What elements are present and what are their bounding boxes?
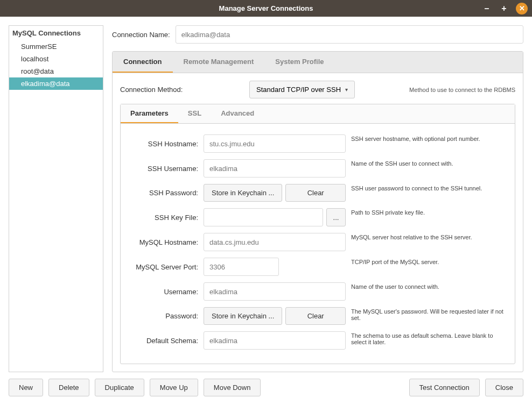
password-row: Password: Store in Keychain ... Clear Th… — [128, 307, 507, 325]
move-up-button[interactable]: Move Up — [150, 379, 198, 396]
ssh-keyfile-hint: Path to SSH private key file. — [351, 208, 507, 216]
ssh-hostname-input[interactable] — [204, 134, 346, 153]
footer: New Delete Duplicate Move Up Move Down T… — [9, 379, 523, 396]
connections-sidebar: MySQL Connections SummerSE localhost roo… — [9, 25, 103, 372]
window: Manage Server Connections – + ✕ MySQL Co… — [0, 0, 532, 405]
footer-spacer — [266, 379, 403, 396]
default-schema-row: Default Schema: The schema to use as def… — [128, 331, 507, 350]
tab-connection[interactable]: Connection — [113, 52, 173, 73]
username-input[interactable] — [204, 282, 346, 301]
ssh-username-input[interactable] — [204, 159, 346, 177]
maximize-icon[interactable]: + — [499, 3, 509, 14]
mysql-port-row: MySQL Server Port: TCP/IP port of the My… — [128, 258, 507, 276]
chevron-down-icon: ▾ — [345, 87, 348, 93]
minimize-icon[interactable]: – — [481, 3, 492, 14]
sidebar-item-localhost[interactable]: localhost — [9, 53, 103, 65]
ssh-hostname-label: SSH Hostname: — [128, 140, 198, 148]
test-connection-button[interactable]: Test Connection — [409, 379, 480, 396]
ssh-hostname-row: SSH Hostname: SSH server hostname, with … — [128, 134, 507, 153]
ssh-keyfile-input[interactable] — [204, 208, 323, 226]
close-icon[interactable]: ✕ — [516, 3, 528, 15]
connection-method-row: Connection Method: Standard TCP/IP over … — [120, 81, 515, 98]
ssh-password-label: SSH Password: — [128, 189, 198, 197]
connection-name-input[interactable] — [176, 25, 523, 44]
connection-method-hint: Method to use to connect to the RDBMS — [409, 87, 515, 93]
default-schema-hint: The schema to use as default schema. Lea… — [351, 331, 507, 345]
ssh-username-hint: Name of the SSH user to connect with. — [351, 159, 507, 167]
window-controls: – + ✕ — [481, 3, 528, 15]
mysql-port-hint: TCP/IP port of the MySQL server. — [351, 258, 507, 265]
ssh-password-row: SSH Password: Store in Keychain ... Clea… — [128, 184, 507, 202]
username-row: Username: Name of the user to connect wi… — [128, 282, 507, 301]
password-store-button[interactable]: Store in Keychain ... — [204, 307, 282, 325]
sidebar-item-summerse[interactable]: SummerSE — [9, 40, 103, 53]
ssh-keyfile-browse-button[interactable]: ... — [326, 208, 346, 226]
password-label: Password: — [128, 312, 198, 320]
parameters-box: Parameters SSL Advanced SSH Hostname: SS… — [120, 104, 515, 364]
ssh-hostname-hint: SSH server hostname, with optional port … — [351, 134, 507, 142]
main-tabs-header: Connection Remote Management System Prof… — [113, 52, 523, 73]
password-buttons: Store in Keychain ... Clear — [204, 307, 346, 325]
username-hint: Name of the user to connect with. — [351, 282, 507, 290]
mysql-port-input[interactable] — [204, 258, 279, 276]
default-schema-label: Default Schema: — [128, 337, 198, 345]
connection-method-value: Standard TCP/IP over SSH — [256, 86, 341, 94]
form-area: SSH Hostname: SSH server hostname, with … — [121, 124, 515, 364]
ssh-username-label: SSH Username: — [128, 165, 198, 173]
ssh-password-hint: SSH user password to connect to the SSH … — [351, 184, 507, 191]
password-hint: The MySQL user's password. Will be reque… — [351, 307, 507, 321]
sidebar-item-root[interactable]: root@data — [9, 65, 103, 77]
connection-method-select[interactable]: Standard TCP/IP over SSH ▾ — [249, 81, 355, 98]
subtabs-header: Parameters SSL Advanced — [121, 104, 515, 124]
ssh-keyfile-label: SSH Key File: — [128, 214, 198, 222]
ssh-keyfile-controls: ... — [204, 208, 346, 226]
connection-method-label: Connection Method: — [120, 86, 244, 94]
sidebar-header: MySQL Connections — [9, 26, 103, 40]
subtab-advanced[interactable]: Advanced — [211, 104, 264, 123]
mysql-hostname-hint: MySQL server host relative to the SSH se… — [351, 233, 507, 240]
close-button[interactable]: Close — [485, 379, 523, 396]
ssh-password-store-button[interactable]: Store in Keychain ... — [204, 184, 282, 202]
mysql-hostname-input[interactable] — [204, 233, 346, 251]
username-label: Username: — [128, 288, 198, 296]
mysql-hostname-row: MySQL Hostname: MySQL server host relati… — [128, 233, 507, 251]
connection-name-label: Connection Name: — [112, 31, 170, 39]
tab-body: Connection Method: Standard TCP/IP over … — [113, 73, 523, 372]
ssh-password-buttons: Store in Keychain ... Clear — [204, 184, 346, 202]
mysql-hostname-label: MySQL Hostname: — [128, 238, 198, 246]
duplicate-button[interactable]: Duplicate — [95, 379, 144, 396]
connection-name-row: Connection Name: — [112, 25, 523, 44]
ssh-password-clear-button[interactable]: Clear — [285, 184, 346, 202]
sidebar-item-elkadima[interactable]: elkadima@data — [9, 77, 103, 90]
password-clear-button[interactable]: Clear — [285, 307, 346, 325]
ssh-username-row: SSH Username: Name of the SSH user to co… — [128, 159, 507, 177]
mysql-port-label: MySQL Server Port: — [128, 263, 198, 271]
delete-button[interactable]: Delete — [48, 379, 89, 396]
right-pane: Connection Name: Connection Remote Manag… — [112, 25, 523, 372]
main-columns: MySQL Connections SummerSE localhost roo… — [9, 25, 523, 372]
ssh-keyfile-row: SSH Key File: ... Path to SSH private ke… — [128, 208, 507, 226]
body-area: MySQL Connections SummerSE localhost roo… — [0, 17, 532, 405]
main-tabs: Connection Remote Management System Prof… — [112, 51, 523, 372]
move-down-button[interactable]: Move Down — [204, 379, 261, 396]
default-schema-input[interactable] — [204, 331, 346, 350]
tab-system-profile[interactable]: System Profile — [264, 52, 334, 73]
new-button[interactable]: New — [9, 379, 43, 396]
window-title: Manage Server Connections — [219, 4, 313, 12]
titlebar: Manage Server Connections – + ✕ — [0, 0, 532, 17]
subtab-ssl[interactable]: SSL — [178, 104, 211, 123]
subtab-parameters[interactable]: Parameters — [121, 104, 178, 123]
tab-remote-management[interactable]: Remote Management — [173, 52, 265, 73]
